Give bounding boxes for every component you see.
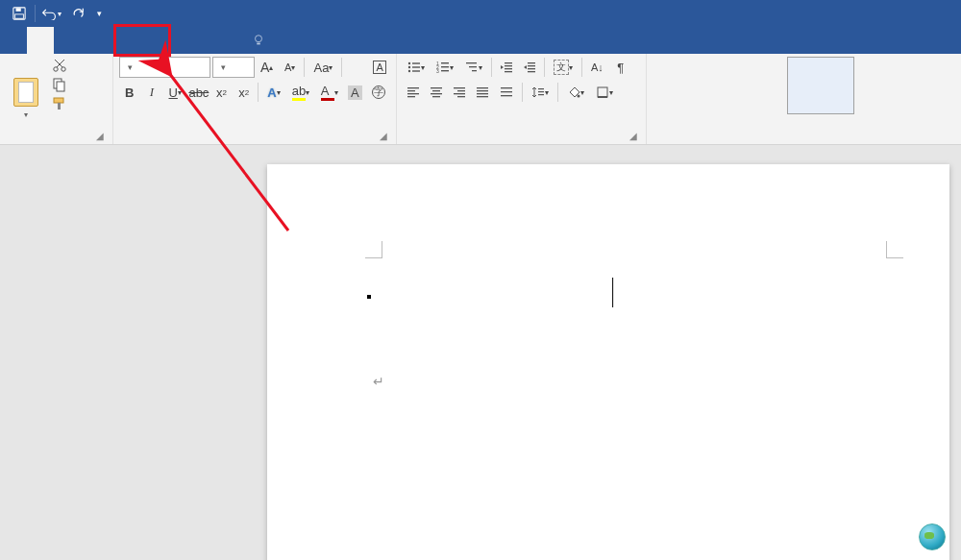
ribbon: ▾ ◢ bbox=[0, 54, 961, 145]
svg-point-14 bbox=[408, 70, 410, 72]
strikethrough-button[interactable]: abc bbox=[188, 82, 209, 103]
tab-file[interactable] bbox=[0, 27, 27, 54]
separator bbox=[491, 58, 492, 77]
svg-rect-27 bbox=[505, 68, 512, 69]
group-paragraph: ▾ 123▾ ▾ 文▾ A↓ ¶ bbox=[397, 54, 647, 144]
copy-button[interactable] bbox=[50, 76, 73, 93]
tab-home[interactable] bbox=[27, 27, 54, 54]
font-size-combo[interactable]: ▾ bbox=[212, 57, 255, 78]
underline-button[interactable]: U▾ bbox=[164, 82, 186, 103]
svg-rect-2 bbox=[15, 14, 24, 18]
shading-button[interactable]: ▾ bbox=[562, 82, 589, 103]
tab-layout[interactable] bbox=[108, 27, 135, 54]
font-color-button[interactable]: A▾ bbox=[316, 82, 343, 103]
style-heading1[interactable] bbox=[787, 57, 854, 114]
multilevel-list-button[interactable]: ▾ bbox=[460, 57, 487, 78]
tab-design[interactable] bbox=[81, 27, 108, 54]
svg-rect-31 bbox=[528, 68, 535, 69]
svg-rect-54 bbox=[538, 94, 544, 95]
italic-button[interactable]: I bbox=[141, 82, 161, 103]
svg-rect-46 bbox=[477, 90, 488, 91]
styles-gallery[interactable] bbox=[653, 57, 941, 139]
enclose-characters-button[interactable]: 字 bbox=[367, 82, 390, 103]
tab-review[interactable] bbox=[188, 27, 215, 54]
group-styles bbox=[647, 54, 961, 144]
paste-button[interactable]: ▾ bbox=[6, 57, 46, 139]
clipboard-dialog-launcher[interactable]: ◢ bbox=[93, 129, 107, 142]
highlight-button[interactable]: ab▾ bbox=[287, 82, 314, 103]
superscript-button[interactable]: x2 bbox=[234, 82, 254, 103]
format-painter-button[interactable] bbox=[50, 95, 73, 112]
svg-rect-56 bbox=[598, 87, 607, 97]
sort-button[interactable]: A↓ bbox=[586, 57, 608, 78]
subscript-button[interactable]: x2 bbox=[211, 82, 232, 103]
align-right-icon bbox=[453, 85, 466, 99]
svg-rect-32 bbox=[528, 71, 535, 72]
tab-insert[interactable] bbox=[54, 27, 81, 54]
group-clipboard: ▾ ◢ bbox=[0, 54, 113, 144]
group-font: ▾ ▾ A▴ A▾ Aa▾ A B I U▾ a bbox=[113, 54, 397, 144]
align-left-icon bbox=[407, 85, 420, 99]
numbering-button[interactable]: 123▾ bbox=[431, 57, 458, 78]
shrink-font-button[interactable]: A▾ bbox=[280, 57, 301, 78]
svg-rect-28 bbox=[505, 71, 512, 72]
undo-button[interactable]: ▾ bbox=[37, 0, 64, 27]
tab-references[interactable] bbox=[135, 27, 161, 54]
copy-icon bbox=[52, 77, 67, 92]
align-right-button[interactable] bbox=[449, 82, 470, 103]
redo-button[interactable] bbox=[64, 0, 91, 27]
distribute-button[interactable] bbox=[495, 82, 518, 103]
style-normal[interactable] bbox=[653, 57, 720, 114]
style-no-spacing[interactable] bbox=[720, 57, 787, 114]
align-center-button[interactable] bbox=[426, 82, 447, 103]
character-shading-button[interactable]: A bbox=[345, 82, 365, 103]
qat-customize-button[interactable]: ▾ bbox=[91, 0, 107, 27]
chevron-down-icon[interactable]: ▾ bbox=[221, 62, 226, 72]
borders-icon bbox=[596, 85, 609, 99]
svg-point-4 bbox=[54, 67, 58, 71]
tab-mailings[interactable] bbox=[161, 27, 188, 54]
save-button[interactable] bbox=[6, 0, 33, 27]
separator bbox=[544, 58, 545, 77]
watermark-logo bbox=[919, 523, 951, 550]
svg-text:3: 3 bbox=[436, 68, 439, 74]
change-case-button[interactable]: Aa▾ bbox=[308, 57, 337, 78]
style-more[interactable] bbox=[922, 57, 941, 114]
font-dialog-launcher[interactable]: ◢ bbox=[377, 129, 390, 142]
document-heading[interactable] bbox=[604, 278, 613, 308]
svg-rect-50 bbox=[501, 91, 512, 92]
svg-rect-34 bbox=[407, 90, 415, 91]
bullets-button[interactable]: ▾ bbox=[403, 57, 430, 78]
align-left-button[interactable] bbox=[403, 82, 424, 103]
line-spacing-button[interactable]: ▾ bbox=[527, 82, 554, 103]
bold-button[interactable]: B bbox=[119, 82, 139, 103]
tab-view[interactable] bbox=[215, 27, 242, 54]
character-border-button[interactable]: A bbox=[369, 57, 390, 78]
paragraph-dialog-launcher[interactable]: ◢ bbox=[627, 129, 640, 142]
tell-me-search[interactable] bbox=[252, 27, 269, 54]
svg-rect-26 bbox=[505, 65, 512, 66]
chevron-down-icon[interactable]: ▾ bbox=[128, 62, 133, 72]
text-effects-button[interactable]: A▾ bbox=[262, 82, 284, 103]
svg-rect-23 bbox=[469, 66, 477, 67]
svg-point-12 bbox=[408, 66, 410, 68]
svg-rect-37 bbox=[431, 87, 442, 88]
quick-access-toolbar: ▾ ▾ bbox=[6, 0, 107, 27]
document-page[interactable]: ↵ bbox=[267, 164, 949, 560]
document-workspace[interactable]: ↵ bbox=[0, 145, 961, 560]
cut-button[interactable] bbox=[50, 57, 73, 74]
phonetic-guide-button[interactable] bbox=[346, 57, 367, 78]
borders-button[interactable]: ▾ bbox=[591, 82, 618, 103]
separator bbox=[581, 58, 582, 77]
numbering-icon: 123 bbox=[436, 61, 450, 74]
increase-indent-button[interactable] bbox=[519, 57, 540, 78]
svg-rect-36 bbox=[407, 96, 415, 97]
justify-button[interactable] bbox=[472, 82, 493, 103]
font-family-combo[interactable]: ▾ bbox=[119, 57, 210, 78]
grow-font-button[interactable]: A▴ bbox=[257, 57, 278, 78]
decrease-indent-button[interactable] bbox=[496, 57, 517, 78]
asian-layout-button[interactable]: 文▾ bbox=[549, 57, 578, 78]
show-marks-button[interactable]: ¶ bbox=[610, 57, 631, 78]
margin-corner bbox=[365, 241, 382, 258]
style-heading2[interactable] bbox=[854, 57, 922, 114]
